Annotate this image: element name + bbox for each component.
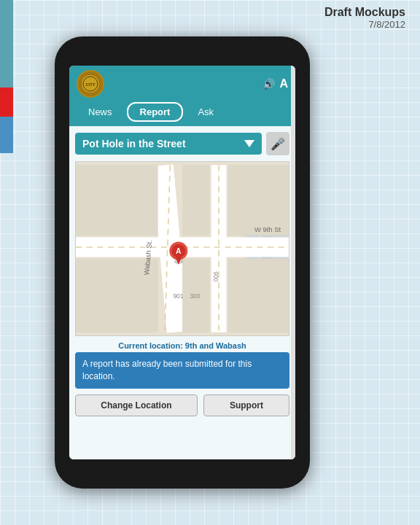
- svg-text:CITY: CITY: [85, 82, 96, 87]
- device-screen: CITY 🔊 A News Report Ask Pot Hole in the…: [69, 66, 295, 459]
- change-location-button[interactable]: Change Location: [75, 394, 198, 416]
- current-location-text: Current location: 9th and Wabash: [75, 339, 289, 352]
- scrollbar[interactable]: [291, 88, 295, 117]
- draft-date: 7/8/2012: [324, 19, 405, 30]
- sound-icon[interactable]: 🔊: [262, 78, 275, 90]
- dropdown-arrow-icon: [244, 140, 254, 147]
- svg-rect-19: [228, 259, 289, 332]
- svg-text:901: 901: [173, 292, 183, 300]
- bottom-buttons: Change Location Support: [75, 394, 289, 416]
- tab-ask[interactable]: Ask: [186, 102, 225, 122]
- svg-rect-14: [76, 165, 158, 236]
- app-logo: CITY: [77, 70, 104, 98]
- issue-dropdown-row: Pot Hole in the Street 🎤: [75, 132, 289, 155]
- tab-report[interactable]: Report: [127, 102, 184, 122]
- alert-box: A report has already been submitted for …: [75, 352, 289, 389]
- nav-tabs: News Report Ask: [69, 102, 295, 126]
- svg-text:W 9th St: W 9th St: [254, 226, 281, 233]
- svg-text:A: A: [176, 247, 182, 255]
- text-size-icon[interactable]: A: [279, 77, 288, 90]
- issue-dropdown[interactable]: Pot Hole in the Street: [75, 133, 262, 155]
- support-button[interactable]: Support: [203, 394, 289, 416]
- mic-icon: 🎤: [271, 137, 285, 151]
- draft-title: Draft Mockups: [324, 6, 405, 19]
- tab-news[interactable]: News: [77, 102, 124, 122]
- app-header: CITY 🔊 A: [69, 66, 295, 102]
- accent-red: [0, 88, 13, 117]
- header-icons: 🔊 A: [262, 77, 288, 90]
- app-content: Pot Hole in the Street 🎤: [69, 126, 295, 459]
- accent-blue: [0, 117, 13, 153]
- alert-message: A report has already been submitted for …: [82, 359, 252, 381]
- device-frame: CITY 🔊 A News Report Ask Pot Hole in the…: [55, 36, 310, 489]
- svg-rect-15: [182, 165, 210, 236]
- map-container[interactable]: W 9th St Wabash St. 900 300 901: [75, 161, 289, 336]
- svg-text:900: 900: [212, 271, 219, 281]
- logo-seal: CITY: [78, 71, 103, 96]
- svg-text:300: 300: [190, 292, 200, 300]
- mic-button[interactable]: 🎤: [266, 132, 289, 155]
- left-accent-bars: [0, 0, 13, 525]
- page-title-area: Draft Mockups 7/8/2012: [324, 6, 405, 30]
- accent-teal-1: [0, 0, 13, 88]
- dropdown-label: Pot Hole in the Street: [82, 138, 186, 149]
- svg-rect-16: [228, 165, 289, 236]
- map-svg: W 9th St Wabash St. 900 300 901: [76, 162, 289, 335]
